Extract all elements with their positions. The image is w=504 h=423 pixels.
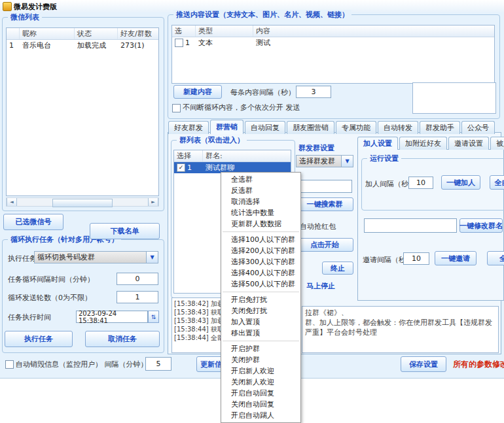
auto-destroy-checkbox[interactable]	[5, 360, 14, 369]
content-preview-box	[412, 82, 496, 114]
cell-index: 1	[7, 41, 20, 50]
start-button[interactable]: 点击开始	[296, 238, 353, 252]
auto-add-button[interactable]: 全自动加人	[490, 175, 504, 190]
menu-item[interactable]: 取消选择	[221, 196, 300, 207]
col-index	[7, 28, 20, 39]
loop-checkbox[interactable]	[172, 104, 181, 112]
search-group-button[interactable]: 一键搜索群	[296, 197, 353, 211]
one-key-invite-button[interactable]: 一键邀请	[435, 251, 477, 265]
select-all-button[interactable]: 全选	[487, 251, 504, 265]
cell-select: ✓ 1	[174, 163, 203, 172]
send-group-value: 选择群发群	[297, 156, 341, 166]
menu-item[interactable]: 关闭护群	[221, 354, 300, 365]
col-select: 选择	[174, 150, 203, 161]
row-checkbox[interactable]	[175, 39, 183, 47]
menu-item[interactable]: 全选群	[221, 174, 300, 185]
group-list-title: 群列表（双击进入）	[177, 135, 247, 145]
tab-group-marketing[interactable]: 群营销	[210, 120, 243, 134]
redpacket-label: 自动抢红包	[300, 222, 336, 231]
download-list-button[interactable]: 下载名单	[90, 223, 160, 239]
menu-item[interactable]: 反选群	[221, 185, 300, 196]
menu-item[interactable]: 加入置顶	[221, 316, 300, 328]
menu-item[interactable]: 选择200人以下的群	[221, 245, 300, 256]
menu-item[interactable]: 选择300人以下的群	[221, 256, 300, 267]
menu-item[interactable]: 选择500人以下的群	[221, 279, 300, 290]
auto-destroy-interval-input[interactable]	[145, 357, 171, 371]
task-interval-input[interactable]	[117, 273, 158, 285]
cell-content: 测试	[253, 38, 494, 48]
menu-item[interactable]: 关闭免打扰	[221, 305, 300, 316]
time-spinner-icon[interactable]: ⇅	[148, 311, 159, 323]
tab-be-added[interactable]: 被人添加	[490, 137, 504, 150]
invite-interval-input[interactable]	[403, 252, 429, 265]
menu-item[interactable]: 更新群人数数据	[221, 218, 300, 229]
tab-auto-forward[interactable]: 自动转发	[378, 121, 418, 134]
menu-item[interactable]: 开启新人欢迎	[221, 365, 300, 377]
notice-line: 拉群《裙》、	[305, 308, 495, 318]
menu-item[interactable]: 关闭新人欢迎	[221, 377, 300, 388]
col-status: 状态	[75, 28, 118, 39]
col-select: 选	[172, 25, 196, 37]
send-group-label: 群发群设置	[298, 143, 334, 153]
tab-special[interactable]: 专属功能	[336, 121, 376, 134]
menu-item[interactable]: 选择100人以下的群	[221, 234, 300, 245]
main-tab-strip: 好友群发 群营销 自动回复 朋友圈营销 专属功能 自动转发 群发助手 公众号	[168, 120, 496, 134]
run-settings-title: 运行设置	[367, 154, 401, 163]
stop-now-label[interactable]: 马上停止	[306, 281, 335, 291]
group-search-input[interactable]	[298, 180, 352, 193]
tab-auto-reply[interactable]: 自动回复	[245, 121, 285, 134]
rename-group-button[interactable]: 一键修改群名	[459, 218, 503, 233]
exec-task-select[interactable]: 循环切换号码发群 ▼	[34, 251, 158, 263]
cell-index: 1	[187, 163, 192, 172]
menu-item[interactable]: 关闭自动回复	[221, 399, 300, 410]
chevron-down-icon[interactable]: ▼	[146, 252, 158, 263]
add-interval-input[interactable]	[408, 177, 433, 189]
task-time-label: 任务执行时间	[8, 313, 51, 322]
run-task-button[interactable]: 执行任务	[5, 331, 73, 347]
menu-item[interactable]: 统计选中数量	[221, 207, 300, 218]
menu-item[interactable]: 移出置顶	[221, 328, 300, 339]
gap-input[interactable]	[296, 86, 331, 98]
menu-item[interactable]: 选择400人以下的群	[221, 267, 300, 279]
scrollbar-thumb[interactable]	[52, 199, 113, 207]
horizontal-scrollbar[interactable]: ◄ ►	[6, 197, 159, 207]
wechat-table: 昵称 状态 好友/群数 1 音乐电台 加载完成 273(1)	[6, 27, 159, 196]
tab-add-people[interactable]: 加人设置	[357, 137, 398, 150]
group-context-menu: 全选群 反选群 取消选择 统计选中数量 更新群人数数据 选择100人以下的群 选…	[221, 172, 301, 423]
cell-counts: 273(1)	[118, 41, 157, 50]
task-rounds-label: 循环发送轮数（0为不限）	[8, 293, 92, 303]
content-table: 选 类型 内容 1 文本 测试	[171, 25, 495, 84]
col-type: 类型	[196, 25, 253, 37]
tab-add-nearby[interactable]: 加附近好友	[399, 137, 447, 150]
table-row[interactable]: 1 音乐电台 加载完成 273(1)	[7, 40, 158, 51]
new-content-button[interactable]: 新建内容	[173, 85, 222, 99]
scroll-right-icon[interactable]: ►	[148, 198, 158, 206]
scroll-left-icon[interactable]: ◄	[7, 198, 17, 206]
gap-label: 每条内容间隔（秒）	[230, 88, 295, 97]
menu-item[interactable]: 开启护群	[221, 343, 300, 354]
one-key-add-button[interactable]: 一键加人	[441, 175, 480, 190]
app-root: 微易发计费版 微信列表 昵称 状态 好友/群数 1 音乐电台 加载完成 273(…	[0, 0, 504, 423]
cancel-task-button[interactable]: 取消任务	[85, 331, 160, 347]
exec-task-value: 循环切换号码发群	[35, 252, 146, 262]
tab-friend-send[interactable]: 好友群发	[168, 121, 209, 134]
row-checkbox-checked[interactable]: ✓	[177, 163, 185, 172]
tab-invite-settings[interactable]: 邀请设置	[448, 137, 489, 150]
menu-item[interactable]: 开启自动回复	[221, 388, 300, 399]
wechat-list-title: 微信列表	[8, 12, 42, 22]
task-time-input[interactable]: 2023-09-24 15:38:41	[76, 311, 148, 323]
abort-button[interactable]: 终止	[322, 262, 353, 275]
chevron-down-icon[interactable]: ▼	[341, 156, 353, 167]
save-settings-button[interactable]: 保存设置	[401, 356, 446, 372]
window-title: 微易发计费版	[14, 2, 57, 12]
task-rounds-input[interactable]	[117, 291, 158, 303]
tab-official-account[interactable]: 公众号	[461, 121, 495, 134]
menu-item[interactable]: 开启自动踢人	[221, 410, 300, 421]
tab-moments[interactable]: 朋友圈营销	[287, 121, 334, 134]
tab-send-helper[interactable]: 群发助手	[420, 121, 460, 134]
menu-item[interactable]: 开启免打扰	[221, 294, 300, 305]
selected-wechat-button[interactable]: 已选微信号	[3, 214, 63, 230]
table-row[interactable]: 1 文本 测试	[172, 37, 494, 48]
rename-input[interactable]	[364, 218, 457, 233]
send-group-select[interactable]: 选择群发群 ▼	[296, 155, 353, 167]
